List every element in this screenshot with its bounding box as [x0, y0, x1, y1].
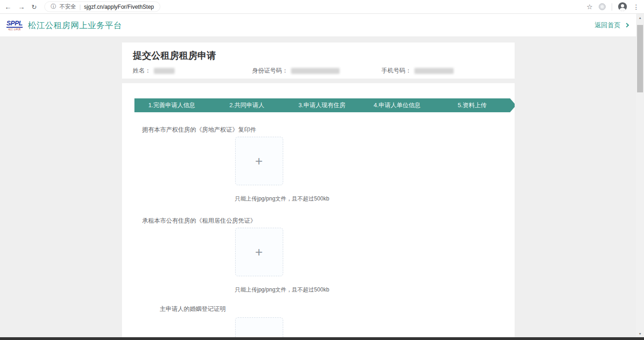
- extension-icon[interactable]: [599, 3, 606, 10]
- phone-field: 手机号码：: [382, 67, 454, 75]
- site-header: SPPL 松江 公租房 松江公租房网上业务平台 返回首页: [0, 14, 636, 37]
- site-title: 松江公租房网上业务平台: [28, 20, 122, 31]
- browser-menu-icon[interactable]: ⋮: [633, 3, 639, 11]
- browser-toolbar: ← → ↻ ⓘ 不安全 | sjgzf.cn/applyFor/FivethSt…: [0, 0, 644, 14]
- id-number-field: 身份证号码：: [252, 67, 382, 75]
- scroll-down-icon[interactable]: ▼: [636, 331, 644, 336]
- back-home-link[interactable]: 返回首页: [595, 21, 628, 30]
- upload-form-card: 1.完善申请人信息 2.共同申请人 3.申请人现有住房 4.申请人单位信息 5.…: [122, 83, 515, 340]
- upload-dropzone-marriage-cert[interactable]: +: [235, 317, 283, 340]
- plus-icon: +: [255, 155, 262, 168]
- name-label: 姓名：: [133, 67, 151, 75]
- step-3-current-housing[interactable]: 3.申请人现有住房: [285, 98, 360, 112]
- chevron-right-icon: [625, 23, 629, 28]
- upload-hint-property-cert: 只能上传jpg/png文件，且不超过500kb: [235, 195, 515, 203]
- name-field: 姓名：: [133, 67, 252, 75]
- page-title: 提交公租房租房申请: [133, 49, 504, 62]
- step-5-document-upload[interactable]: 5.资料上传: [435, 98, 510, 112]
- back-icon[interactable]: ←: [5, 3, 12, 10]
- browser-actions: ☆ ⋮: [587, 2, 639, 11]
- logo-text: SPPL: [6, 20, 23, 28]
- upload-dropzone-public-housing-voucher[interactable]: +: [235, 228, 283, 276]
- upload-label-property-cert: 拥有本市产权住房的《房地产权证》复印件: [142, 126, 515, 134]
- upload-label-marriage-cert: 主申请人的婚姻登记证明: [160, 305, 515, 313]
- step-progress-bar: 1.完善申请人信息 2.共同申请人 3.申请人现有住房 4.申请人单位信息 5.…: [134, 98, 510, 112]
- upload-dropzone-property-cert[interactable]: +: [235, 137, 283, 185]
- url-text: sjgzf.cn/applyFor/FivethStep: [84, 4, 154, 10]
- application-summary-card: 提交公租房租房申请 姓名： 身份证号码： 手机号码：: [122, 42, 515, 79]
- name-value-redacted: [154, 68, 175, 74]
- applicant-fields: 姓名： 身份证号码： 手机号码：: [133, 67, 504, 75]
- upload-label-public-housing-voucher: 承租本市公有住房的《租用居住公房凭证》: [142, 217, 515, 225]
- taskbar-strip: [0, 337, 644, 340]
- toolbar-divider: [612, 3, 612, 11]
- scrollbar-thumb[interactable]: [637, 25, 643, 92]
- page-background: 提交公租房租房申请 姓名： 身份证号码： 手机号码： 1.完善申请人信息: [0, 37, 636, 340]
- url-separator: |: [79, 4, 81, 10]
- forward-icon[interactable]: →: [18, 3, 25, 10]
- bookmark-star-icon[interactable]: ☆: [587, 3, 593, 11]
- site-logo[interactable]: SPPL 松江 公租房: [6, 20, 23, 30]
- step-2-co-applicants[interactable]: 2.共同申请人: [209, 98, 285, 112]
- profile-avatar-icon[interactable]: [618, 2, 627, 11]
- scroll-up-icon[interactable]: ▲: [636, 15, 644, 20]
- info-icon[interactable]: ⓘ: [51, 3, 56, 11]
- page-scrollbar[interactable]: ▲ ▼: [636, 14, 644, 340]
- id-number-value-redacted: [291, 68, 340, 74]
- step-1-applicant-info[interactable]: 1.完善申请人信息: [134, 98, 210, 112]
- phone-value-redacted: [414, 68, 454, 74]
- logo-subtext: 松江 公租房: [8, 28, 20, 30]
- id-number-label: 身份证号码：: [252, 67, 288, 75]
- upload-hint-public-housing-voucher: 只能上传jpg/png文件，且不超过500kb: [235, 286, 515, 294]
- step-4-employer-info[interactable]: 4.申请人单位信息: [359, 98, 435, 112]
- reload-icon[interactable]: ↻: [31, 4, 37, 10]
- address-bar[interactable]: ⓘ 不安全 | sjgzf.cn/applyFor/FivethStep: [44, 1, 161, 12]
- security-label: 不安全: [60, 3, 76, 11]
- phone-label: 手机号码：: [382, 67, 412, 75]
- plus-icon: +: [255, 246, 262, 259]
- back-home-label: 返回首页: [595, 21, 620, 30]
